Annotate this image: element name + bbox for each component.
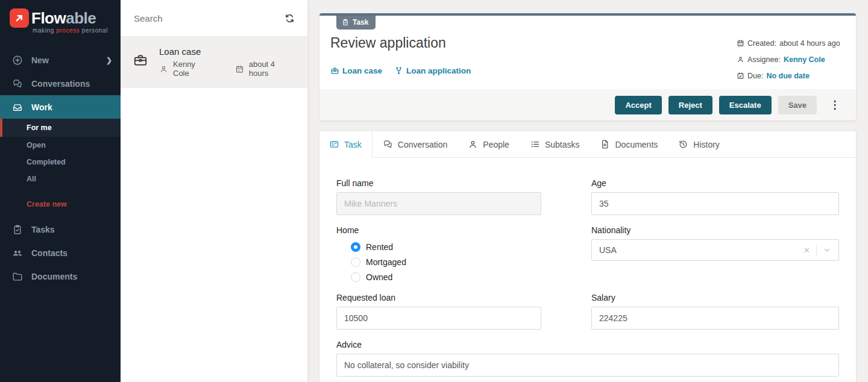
field-age: Age <box>591 177 839 215</box>
sidebar-item-label: Documents <box>31 272 112 281</box>
radio-mortgaged[interactable]: Mortgaged <box>351 254 541 269</box>
due-date-link[interactable]: No due date <box>766 72 810 80</box>
work-filters: For me Open Completed All Create new <box>0 119 121 213</box>
process-fork-icon <box>394 66 403 75</box>
sidebar-item-tasks[interactable]: Tasks <box>0 218 121 241</box>
sidebar-item-documents[interactable]: Documents <box>0 265 121 288</box>
create-new-link[interactable]: Create new <box>0 196 121 213</box>
sidebar-item-label: Tasks <box>31 225 112 234</box>
refresh-button[interactable] <box>284 13 295 24</box>
field-salary: Salary <box>591 292 839 330</box>
escalate-button[interactable]: Escalate <box>719 96 772 114</box>
refresh-icon <box>284 13 295 24</box>
breadcrumb: Loan case Loan application <box>330 66 471 75</box>
breadcrumb-process-link[interactable]: Loan application <box>394 66 471 75</box>
divider <box>816 244 817 256</box>
calendar-icon <box>235 64 244 74</box>
sidebar-item-label: New <box>31 55 98 65</box>
save-button[interactable]: Save <box>778 96 817 114</box>
more-actions-kebab-icon[interactable]: ⋮ <box>827 98 843 111</box>
field-home: Home Rented Mortgaged Owned <box>336 224 541 284</box>
age-input[interactable] <box>591 192 839 215</box>
radio-circle-icon <box>351 242 360 252</box>
sidebar: Flowable making process personal New ❯ C… <box>0 0 121 382</box>
field-full-name: Full name <box>336 177 541 215</box>
radio-rented[interactable]: Rented <box>351 239 541 254</box>
clear-icon[interactable]: ✕ <box>804 246 810 255</box>
plus-circle-icon <box>12 55 23 66</box>
case-title: Loan case <box>159 46 295 57</box>
radio-circle-icon <box>351 257 360 267</box>
requested-loan-input[interactable] <box>336 307 541 330</box>
document-icon <box>600 139 610 149</box>
inbox-icon <box>12 102 23 113</box>
nationality-label: Nationality <box>591 224 839 236</box>
sidebar-item-contacts[interactable]: Contacts <box>0 241 121 265</box>
created-value: about 4 hours ago <box>779 39 840 48</box>
reject-button[interactable]: Reject <box>668 96 712 114</box>
salary-input[interactable] <box>591 307 839 330</box>
detail-tabs: Task Conversation People Subtasks Docume… <box>319 131 856 158</box>
briefcase-icon <box>133 52 148 68</box>
tab-subtasks[interactable]: Subtasks <box>520 131 590 157</box>
chevron-right-icon: ❯ <box>106 56 112 64</box>
brand-tagline: making process personal <box>33 27 121 34</box>
search-bar <box>121 0 307 37</box>
sidebar-item-work[interactable]: Work <box>0 95 121 119</box>
advice-input[interactable] <box>336 354 839 377</box>
task-actions-bar: Accept Reject Escalate Save ⋮ <box>319 89 856 121</box>
breadcrumb-case-link[interactable]: Loan case <box>330 66 382 75</box>
task-meta: Created: about 4 hours ago Assignee: Ken… <box>737 35 840 84</box>
folder-icon <box>12 271 23 282</box>
task-type-badge: Task <box>336 16 376 30</box>
person-icon <box>468 139 478 149</box>
person-icon <box>159 64 168 74</box>
chat-bubbles-icon <box>383 139 393 149</box>
chat-bubbles-icon <box>12 78 23 89</box>
people-group-icon <box>12 248 23 258</box>
page-title: Review application <box>330 35 446 51</box>
calendar-check-icon <box>737 72 744 80</box>
accept-button[interactable]: Accept <box>615 96 661 114</box>
sidebar-item-all[interactable]: All <box>0 171 121 187</box>
sidebar-item-conversations[interactable]: Conversations <box>0 72 121 95</box>
briefcase-icon <box>330 66 339 75</box>
brand-logo: Flowable making process personal <box>0 0 121 40</box>
tab-conversation[interactable]: Conversation <box>373 131 458 157</box>
brand-name: Flowable <box>31 10 96 26</box>
main-content: Task Review application Loan case Loan a… <box>307 0 868 382</box>
sidebar-item-label: Contacts <box>31 248 112 258</box>
clipboard-check-icon <box>342 19 349 26</box>
full-name-label: Full name <box>336 177 541 189</box>
chevron-down-icon[interactable] <box>823 246 831 254</box>
assignee-link[interactable]: Kenny Cole <box>784 55 825 64</box>
sidebar-item-new[interactable]: New ❯ <box>0 48 121 72</box>
age-label: Age <box>591 177 839 189</box>
field-requested-loan: Requested loan <box>336 292 541 330</box>
flowable-logo-icon <box>10 8 29 28</box>
calendar-icon <box>737 39 744 47</box>
meta-due: Due: No due date <box>737 67 840 84</box>
radio-owned[interactable]: Owned <box>351 269 541 284</box>
field-advice: Advice <box>336 339 839 377</box>
requested-loan-label: Requested loan <box>336 292 541 304</box>
tab-history[interactable]: History <box>668 131 730 157</box>
tab-people[interactable]: People <box>458 131 520 157</box>
sidebar-item-for-me[interactable]: For me <box>0 119 121 137</box>
history-icon <box>678 139 688 149</box>
checklist-icon <box>530 139 540 149</box>
advice-label: Advice <box>336 339 839 351</box>
tab-documents[interactable]: Documents <box>590 131 668 157</box>
sidebar-item-open[interactable]: Open <box>0 137 121 154</box>
sidebar-item-label: Work <box>31 102 112 112</box>
case-assignee: Kenny Cole <box>173 60 212 78</box>
work-list-panel: Loan case Kenny Cole about 4 hours <box>121 0 307 382</box>
salary-label: Salary <box>591 292 839 304</box>
clipboard-check-icon <box>12 224 23 235</box>
work-list-item[interactable]: Loan case Kenny Cole about 4 hours <box>121 37 307 88</box>
tab-task[interactable]: Task <box>319 131 373 158</box>
full-name-input <box>336 192 541 215</box>
nationality-select[interactable]: USA ✕ <box>591 239 839 261</box>
sidebar-item-completed[interactable]: Completed <box>0 154 121 171</box>
search-input[interactable] <box>133 13 278 24</box>
